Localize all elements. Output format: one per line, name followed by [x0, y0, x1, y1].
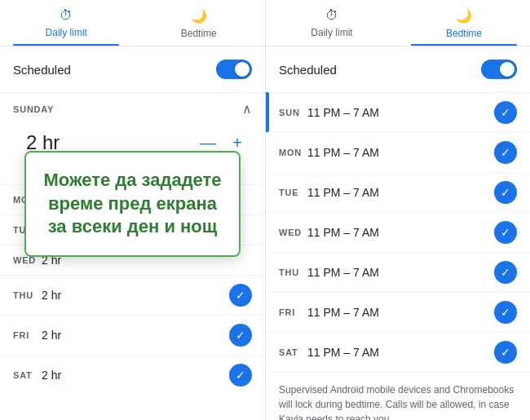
day-time-wed-right: 11 PM – 7 AM	[307, 226, 494, 239]
tab-daily-limit-label-right: Daily limit	[311, 27, 352, 38]
day-time-fri-left: 2 hr	[42, 329, 229, 342]
check-tue-right: ✓	[494, 181, 517, 204]
day-abbr-thu-left: THU	[13, 290, 42, 300]
day-time-sat-left: 2 hr	[42, 369, 229, 382]
day-abbr-sat-left: SAT	[13, 370, 42, 380]
toggle-left[interactable]	[216, 60, 252, 79]
right-tabs: ⏱ Daily limit 🌙 Bedtime	[266, 0, 530, 46]
day-abbr-fri-left: FRI	[13, 330, 42, 340]
sunday-header: SUNDAY ∧	[0, 92, 265, 122]
scheduled-label-right: Scheduled	[279, 63, 337, 77]
tab-bedtime-label-left: Bedtime	[181, 28, 217, 39]
sunday-label: SUNDAY	[13, 104, 54, 114]
day-row-sat-left: SAT 2 hr ✓	[0, 355, 265, 395]
day-abbr-tue-right: TUE	[279, 188, 307, 197]
check-thu-left: ✓	[229, 284, 252, 307]
day-row-tue-right: TUE 11 PM – 7 AM ✓	[266, 172, 530, 212]
day-time-thu-left: 2 hr	[42, 289, 229, 302]
tab-bedtime-label-right: Bedtime	[446, 28, 482, 39]
day-time-fri-right: 11 PM – 7 AM	[307, 306, 494, 319]
day-abbr-thu-right: THU	[279, 267, 307, 277]
day-time-sun-right: 11 PM – 7 AM	[307, 106, 494, 119]
tab-bedtime-right[interactable]: 🌙 Bedtime	[398, 0, 530, 46]
day-row-fri-left: FRI 2 hr ✓	[0, 315, 265, 355]
day-time-thu-right: 11 PM – 7 AM	[307, 266, 494, 279]
day-time-tue-right: 11 PM – 7 AM	[307, 186, 494, 199]
overlay-tooltip: Можете да зададете време пред екрана за …	[24, 151, 241, 257]
tab-daily-limit-right[interactable]: ⏱ Daily limit	[266, 0, 398, 46]
timer-icon-left: ⏱	[60, 8, 73, 23]
check-thu-right: ✓	[494, 261, 517, 284]
day-abbr-sat-right: SAT	[279, 347, 307, 357]
tab-bedtime-left[interactable]: 🌙 Bedtime	[133, 0, 266, 46]
scheduled-label-left: Scheduled	[13, 63, 71, 77]
overlay-text: Можете да зададете време пред екрана за …	[41, 169, 224, 239]
check-sun-right: ✓	[494, 101, 517, 124]
day-abbr-fri-right: FRI	[279, 307, 307, 317]
tab-daily-limit-left[interactable]: ⏱ Daily limit	[0, 0, 133, 46]
check-sat-left: ✓	[229, 364, 252, 387]
moon-icon-right: 🌙	[456, 8, 472, 24]
check-wed-right: ✓	[494, 221, 517, 244]
day-row-mon-right: MON 11 PM – 7 AM ✓	[266, 132, 530, 172]
day-row-fri-right: FRI 11 PM – 7 AM ✓	[266, 292, 530, 332]
day-row-sat-right: SAT 11 PM – 7 AM ✓	[266, 332, 530, 372]
check-fri-right: ✓	[494, 301, 517, 324]
day-time-mon-right: 11 PM – 7 AM	[307, 146, 494, 159]
moon-icon-left: 🌙	[191, 8, 207, 24]
left-panel: ⏱ Daily limit 🌙 Bedtime Scheduled SUNDAY…	[0, 0, 265, 420]
day-abbr-sun-right: SUN	[279, 108, 307, 117]
day-row-sun-right: SUN 11 PM – 7 AM ✓	[266, 92, 530, 132]
right-scroll-area: SUN 11 PM – 7 AM ✓ MON 11 PM – 7 AM ✓ TU…	[266, 92, 530, 420]
check-mon-right: ✓	[494, 141, 517, 164]
tab-daily-limit-label-left: Daily limit	[46, 27, 87, 38]
day-time-sat-right: 11 PM – 7 AM	[307, 346, 494, 359]
check-sat-right: ✓	[494, 341, 517, 364]
scheduled-row-right: Scheduled	[266, 46, 530, 92]
toggle-right[interactable]	[481, 60, 517, 79]
right-panel: ⏱ Daily limit 🌙 Bedtime Scheduled SUN 11…	[265, 0, 530, 420]
day-row-thu-left: THU 2 hr ✓	[0, 275, 265, 315]
day-row-thu-right: THU 11 PM – 7 AM ✓	[266, 252, 530, 292]
footer-note: Supervised Android mobile devices and Ch…	[266, 372, 530, 420]
chevron-up-icon[interactable]: ∧	[242, 101, 252, 117]
scheduled-row-left: Scheduled	[0, 46, 265, 92]
day-abbr-wed-right: WED	[279, 228, 307, 237]
day-row-wed-right: WED 11 PM – 7 AM ✓	[266, 212, 530, 252]
blue-highlight-bar	[266, 92, 269, 132]
day-abbr-mon-right: MON	[279, 148, 307, 157]
sun-row-wrapper: SUN 11 PM – 7 AM ✓	[266, 92, 530, 132]
check-fri-left: ✓	[229, 324, 252, 347]
day-abbr-wed-left: WED	[13, 255, 42, 265]
left-tabs: ⏱ Daily limit 🌙 Bedtime	[0, 0, 265, 46]
timer-icon-right: ⏱	[325, 8, 338, 23]
